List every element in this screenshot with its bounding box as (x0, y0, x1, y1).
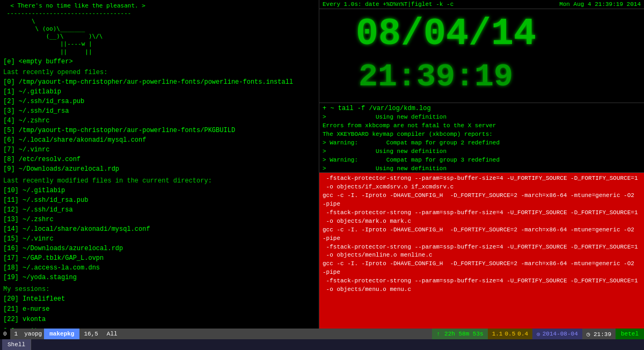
status-time-remaining: 22h 58m 53s (444, 331, 484, 337)
main-area: < There's no time like the pleasant. > -… (0, 0, 644, 329)
watch-datetime: Mon Aug 4 21:39:19 2014 (559, 1, 641, 8)
status-right-section: ↑ 22h 58m 53s 1.1 0.5 0.4 ⊙ 2014-08-04 ◷… (432, 329, 644, 339)
modified-file-item[interactable]: [19] ~/yoda.staging (3, 273, 316, 282)
opened-file-item[interactable]: [0] /tmp/yaourt-tmp-christopher/aur-powe… (3, 77, 316, 87)
compile-pane: -fstack-protector-strong --param=ssp-buf… (319, 173, 644, 329)
modified-file-item[interactable]: [16] ~/Downloads/azurelocal.rdp (3, 244, 316, 253)
status-v1: 1.1 (492, 331, 503, 337)
tail-header: + ~ tail -f /var/log/kdm.log (323, 105, 641, 112)
status-time-right: ◷ 21:39 (582, 329, 616, 339)
status-zero: 0 (0, 329, 10, 339)
watch-header: Every 1.0s: date +%D%n%T|figlet -k -c Mo… (319, 0, 644, 9)
modified-file-item[interactable]: [13] ~/.zshrc (3, 215, 316, 224)
modified-file-item[interactable]: [12] ~/.ssh/id_rsa (3, 205, 316, 215)
modified-file-item[interactable]: [15] ~/.vinrc (3, 234, 316, 244)
opened-file-item[interactable]: [6] ~/.local/share/akonadi/mysql.conf (3, 135, 316, 145)
taskbar-item-label: Shell (8, 341, 25, 348)
status-makepkg: makepkg (44, 329, 79, 339)
session-item[interactable]: [21] e-nurse (3, 304, 316, 315)
status-bar: 0 1 yaopg makepkg 16,5 All ↑ 22h 58m 53s… (0, 329, 644, 339)
taskbar: Shell (0, 339, 644, 350)
session-item[interactable]: [22] vkonta (3, 315, 316, 325)
status-num: 1 (10, 331, 23, 337)
modified-file-item[interactable]: [17] ~/GAP.tblk/GAP_L.ovpn (3, 253, 316, 263)
opened-file-item[interactable]: [8] /etc/resolv.conf (3, 155, 316, 164)
modified-file-item[interactable]: [14] ~/.local/share/akonadi/mysql.conf (3, 224, 316, 234)
status-all: All (103, 331, 122, 337)
recently-opened-label: Last recently opened files: (3, 69, 316, 76)
sessions-label: My sessions: (3, 286, 316, 293)
modified-file-item[interactable]: [11] ~/.ssh/id_rsa.pub (3, 195, 316, 205)
sessions-list: [20] Intelifleet[21] e-nurse[22] vkonta (3, 294, 316, 325)
session-item[interactable]: [20] Intelifleet (3, 294, 316, 304)
tail-pane: + ~ tail -f /var/log/kdm.log > Using new… (319, 103, 644, 173)
status-v3: 0.4 (517, 331, 528, 337)
modified-file-item[interactable]: [18] ~/.access-la.com.dns (3, 263, 316, 273)
opened-file-item[interactable]: [4] ~/.zshrc (3, 116, 316, 126)
status-date-right: ⊙ 2014-08-04 (532, 329, 582, 339)
modified-file-item[interactable]: [10] ~/.gitlabip (3, 186, 316, 195)
left-pane: < There's no time like the pleasant. > -… (0, 0, 319, 329)
tail-content: > Using new definition Errors from xkbco… (323, 113, 641, 173)
opened-file-item[interactable]: [3] ~/.ssh/id_rsa (3, 106, 316, 116)
recently-opened-list: [0] /tmp/yaourt-tmp-christopher/aur-powe… (3, 77, 316, 174)
empty-buffer-line[interactable]: [e] <empty buffer> (3, 58, 316, 65)
status-betel: betel (616, 329, 644, 339)
opened-file-item[interactable]: [1] ~/.gitlabip (3, 87, 316, 97)
status-yaopg: yaopg (22, 331, 44, 337)
recently-modified-list: [10] ~/.gitlabip[11] ~/.ssh/id_rsa.pub[1… (3, 186, 316, 282)
status-v2: 0.5 (504, 331, 515, 337)
status-position: 16,5 (79, 331, 102, 337)
figlet-canvas (326, 10, 638, 101)
taskbar-item-shell[interactable]: Shell (2, 339, 31, 350)
status-date-value: 2014-08-04 (543, 331, 578, 337)
opened-file-item[interactable]: [7] ~/.vinrc (3, 145, 316, 155)
opened-file-item[interactable]: [2] ~/.ssh/id_rsa.pub (3, 97, 316, 106)
watch-command: Every 1.0s: date +%D%n%T|figlet -k -c (323, 1, 453, 8)
recently-modified-label: Last recently modified files in the curr… (3, 177, 316, 185)
opened-file-item[interactable]: [9] ~/Downloads/azurelocal.rdp (3, 164, 316, 174)
ascii-art: < There's no time like the pleasant. > -… (3, 2, 316, 56)
opened-file-item[interactable]: [5] /tmp/yaourt-tmp-christopher/aur-powe… (3, 126, 316, 135)
status-versions: 1.1 0.5 0.4 (488, 329, 532, 339)
right-pane: Every 1.0s: date +%D%n%T|figlet -k -c Mo… (319, 0, 644, 329)
status-clock-icon: ⊙ (537, 331, 540, 338)
figlet-display (319, 9, 644, 103)
status-arrow: ↑ (436, 331, 440, 337)
status-time-info: ↑ 22h 58m 53s (432, 329, 487, 339)
